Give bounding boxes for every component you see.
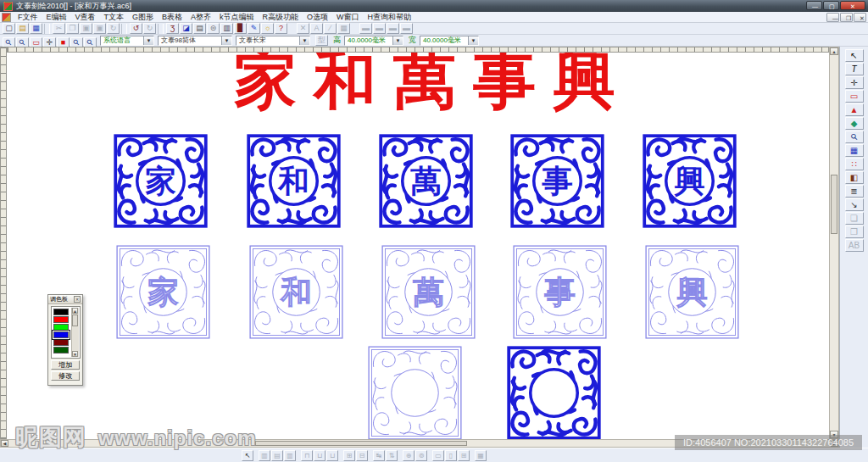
ornament-panel-outline-事[interactable]: 事 <box>512 245 608 339</box>
scroll-up-icon[interactable]: ▲ <box>830 47 838 55</box>
tool-light-icon[interactable]: ☼ <box>261 23 274 34</box>
color-swatch-red[interactable] <box>53 316 69 323</box>
menu-item-6[interactable]: A整齐 <box>186 13 215 21</box>
tool-zoom-object-icon[interactable]: ⚲ <box>845 131 864 143</box>
tool-text-icon[interactable]: T <box>845 63 864 75</box>
menu-item-1[interactable]: E编辑 <box>42 13 71 21</box>
tool-align-3-icon: ▬ <box>387 23 399 34</box>
tool-center-page-icon: ⊕ <box>403 450 415 461</box>
tool-pick-node-icon[interactable]: ↘ <box>845 198 864 211</box>
color-swatch-black[interactable] <box>53 309 69 315</box>
svg-text:事: 事 <box>544 274 576 310</box>
ornament-panel-outline-和[interactable]: 和 <box>248 245 344 339</box>
doc-restore-button[interactable]: ❐ <box>840 13 853 22</box>
menu-item-0[interactable]: F文件 <box>14 13 42 21</box>
menu-item-8[interactable]: R高级功能 <box>259 13 303 21</box>
palette-titlebar: 调色板 ✕ <box>48 295 82 304</box>
ornament-panel-solid-和[interactable]: 和 <box>246 134 342 228</box>
tool-align-bottom-icon: ⊔ <box>326 450 338 461</box>
ruler-vertical <box>0 47 7 439</box>
menu-item-9[interactable]: O选项 <box>303 13 332 21</box>
tool-rect-tool-icon[interactable]: ▭ <box>845 90 864 103</box>
close-button[interactable]: ✕ <box>840 1 865 10</box>
tool-size-3-icon: ⊞ <box>458 450 470 461</box>
tool-align-2-icon: ▬ <box>373 23 386 34</box>
tool-image-icon[interactable]: ▉ <box>234 23 247 34</box>
close-icon[interactable]: ✕ <box>74 296 81 303</box>
color-swatch-maroon[interactable] <box>53 339 69 346</box>
ornament-panel-solid-事[interactable]: 事 <box>509 134 605 228</box>
tool-fill-tool-icon[interactable]: ◧ <box>845 171 864 184</box>
doc-close-button[interactable]: ✕ <box>854 13 866 22</box>
panel-artwork <box>367 346 463 439</box>
horizontal-scroll-thumb[interactable] <box>255 441 467 446</box>
tool-repeat-icon: ↻ <box>107 23 120 34</box>
tool-poly-tool-icon[interactable]: ◆ <box>845 117 864 130</box>
font-select-primary[interactable]: 文泰98简体▼ <box>158 36 232 46</box>
ornament-panel-outline-萬[interactable]: 萬 <box>381 245 476 339</box>
tool-undo-icon[interactable]: ↺ <box>130 23 142 34</box>
ornament-panel-outline-興[interactable]: 興 <box>644 245 740 339</box>
ornament-panel-solid-興[interactable]: 興 <box>642 134 737 228</box>
tool-output-icon[interactable]: ⊜ <box>207 23 220 34</box>
tool-print-icon[interactable]: ▤ <box>193 23 206 34</box>
doc-minimize-button[interactable]: — <box>826 13 839 22</box>
panel-artwork: 和 <box>246 134 342 228</box>
palette-scrollbar[interactable]: ▲ ▼ <box>71 308 79 357</box>
tool-char-tool-icon: A <box>310 23 323 34</box>
tool-node-tool-icon[interactable]: ◪ <box>180 23 192 34</box>
char-width-select[interactable]: 40.0000毫米▼ <box>420 36 479 46</box>
document-window-controls: —❐✕ <box>826 13 866 22</box>
maximize-button[interactable]: ▢ <box>823 1 839 10</box>
color-swatch-blue[interactable] <box>53 331 69 338</box>
design-canvas[interactable]: 家和萬事興 家和萬事興家和萬事興 <box>7 53 829 439</box>
watermark-url: www.nipic.com <box>98 426 257 449</box>
ornament-panel-outline-家[interactable]: 家 <box>115 245 211 339</box>
language-select[interactable]: 系统语言▼ <box>100 36 154 46</box>
tool-select-icon[interactable]: ↖ <box>845 49 864 62</box>
menu-item-10[interactable]: W窗口 <box>332 13 364 21</box>
minimize-button[interactable]: — <box>806 1 822 10</box>
tool-table-tool-icon[interactable]: ▦ <box>845 144 864 157</box>
panel-artwork: 萬 <box>381 245 476 339</box>
tool-align-top-icon: ⊓ <box>301 450 313 461</box>
ornament-panel-solid-blank[interactable] <box>506 346 602 439</box>
tool-shape-tool-icon[interactable]: ▲ <box>845 103 864 116</box>
tool-space-vertical-icon: ⇅ <box>386 450 398 461</box>
palette-scroll-thumb[interactable] <box>72 314 78 326</box>
font-select-secondary[interactable]: 文泰长宋▼ <box>236 36 310 46</box>
tool-node-edit-icon[interactable]: ✛ <box>845 76 864 89</box>
palette-add-button[interactable]: 增加 <box>51 360 80 370</box>
tool-pen-icon[interactable]: ✎ <box>248 23 260 34</box>
chevron-down-icon: ▼ <box>143 36 153 45</box>
vertical-scrollbar[interactable]: ▲ ▼ <box>829 47 839 439</box>
char-height-select[interactable]: 40.0000毫米▼ <box>344 36 403 46</box>
ornament-panel-outline-blank[interactable] <box>367 346 463 439</box>
vertical-scroll-thumb[interactable] <box>831 175 837 234</box>
menu-item-7[interactable]: k节点编辑 <box>215 13 259 21</box>
headline-text-object[interactable]: 家和萬事興 <box>22 53 829 114</box>
tool-help-icon[interactable]: ? <box>275 23 287 34</box>
menu-item-5[interactable]: B表格 <box>158 13 186 21</box>
ornament-panel-solid-萬[interactable]: 萬 <box>378 134 474 228</box>
scroll-down-icon[interactable]: ▼ <box>72 351 78 357</box>
tool-curve-icon[interactable]: Ʒ <box>166 23 179 34</box>
svg-text:家: 家 <box>147 274 179 310</box>
ornament-panel-solid-家[interactable]: 家 <box>113 134 209 228</box>
palette-edit-button[interactable]: 修改 <box>51 371 80 381</box>
color-swatch-dark-green[interactable] <box>53 347 69 353</box>
menu-item-2[interactable]: V查看 <box>71 13 100 21</box>
menu-item-11[interactable]: H查询和帮助 <box>364 13 416 21</box>
titlebar: 文泰刻绘2010[] - [家和万事兴.ac6] —▢✕ <box>0 0 868 12</box>
tool-text-format-icon[interactable]: ≣ <box>845 185 864 198</box>
tool-same-width-icon: ⊞ <box>343 450 355 461</box>
tool-kerning-icon: AB <box>845 239 864 252</box>
tool-preview-icon[interactable]: ▥ <box>220 23 233 34</box>
color-swatch-green[interactable] <box>53 324 69 331</box>
scroll-up-icon[interactable]: ▲ <box>72 308 78 314</box>
menu-item-3[interactable]: T文本 <box>100 13 129 21</box>
watermark-site: 昵图网 www.nipic.com <box>15 422 256 453</box>
scroll-left-icon[interactable]: ◀ <box>1 440 8 447</box>
menu-item-4[interactable]: G图形 <box>128 13 158 21</box>
tool-color-tool-icon[interactable]: ∷ <box>845 158 864 170</box>
